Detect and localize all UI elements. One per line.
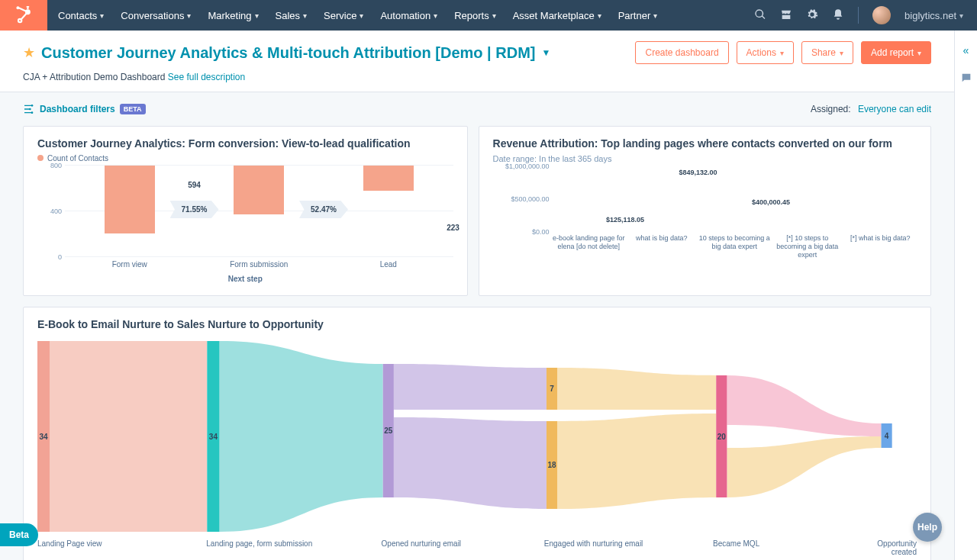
nav-item[interactable]: Service▾ (324, 10, 363, 21)
sankey-node-value: 4 (882, 430, 892, 442)
share-button[interactable]: Share▾ (801, 41, 853, 64)
dashboard-toolbar: Dashboard filters BETA Assigned: Everyon… (0, 92, 954, 126)
sankey-node-value: 7 (547, 383, 557, 395)
sankey-node-value: 18 (547, 459, 557, 471)
comments-icon[interactable] (960, 72, 972, 87)
chevron-down-icon: ▾ (187, 11, 191, 20)
revenue-bar-group (771, 166, 843, 232)
title-dropdown-icon[interactable]: ▼ (541, 47, 550, 58)
sankey-stage-label: Opportunity created (877, 539, 917, 556)
top-nav: Contacts▾Conversations▾Marketing▾Sales▾S… (0, 0, 977, 31)
sankey-node-value: 34 (207, 430, 219, 443)
nav-item[interactable]: Reports▾ (454, 10, 496, 21)
category-label: Lead (324, 260, 453, 269)
chevron-down-icon: ▾ (492, 11, 496, 20)
svg-point-5 (29, 108, 31, 111)
marketplace-icon[interactable] (780, 8, 792, 23)
notifications-icon[interactable] (832, 8, 844, 23)
category-label: [*] what is big data? (843, 234, 916, 259)
search-icon[interactable] (754, 8, 766, 23)
svg-point-4 (31, 105, 34, 107)
svg-point-1 (16, 6, 19, 9)
category-label: [*] 10 steps to becoming a big data expe… (771, 234, 843, 259)
sankey-node-value: 25 (383, 425, 394, 437)
nav-item[interactable]: Conversations▾ (121, 10, 191, 21)
revenue-chart: $0.00$500,000.00$1,000,000.00 $125,118.0… (493, 166, 917, 232)
page-subtitle: CJA + Attribution Demo Dashboard See ful… (23, 72, 931, 82)
help-button[interactable]: Help (913, 513, 942, 542)
card-title: E-Book to Email Nurture to Sales Nurture… (37, 318, 917, 330)
sankey-card: E-Book to Email Nurture to Sales Nurture… (23, 307, 931, 560)
category-label: Form view (65, 260, 195, 269)
category-label: e-book landing page for elena [do not de… (553, 234, 625, 259)
chevron-down-icon: ▾ (255, 11, 259, 20)
revenue-bar-group (843, 166, 916, 232)
funnel-bar-group: 223 (324, 166, 453, 257)
chevron-down-icon: ▾ (360, 11, 363, 20)
bar (363, 166, 414, 191)
hubspot-logo[interactable] (0, 0, 47, 31)
sankey-stage-label: Landing Page view (37, 539, 206, 556)
card-title: Revenue Attribution: Top landing pages w… (493, 137, 917, 150)
sankey-node-value: 34 (37, 430, 50, 443)
assigned-link[interactable]: Everyone can edit (858, 104, 931, 114)
dashboard-filters-toggle[interactable]: Dashboard filters BETA (23, 103, 146, 115)
nav-item[interactable]: Sales▾ (276, 10, 308, 21)
nav-item[interactable]: Contacts▾ (58, 10, 104, 21)
nav-item[interactable]: Asset Marketplace▾ (513, 10, 601, 21)
chevron-down-icon: ▾ (959, 11, 963, 20)
page-title: Customer Journey Analytics & Multi-touch… (41, 44, 535, 62)
add-report-button[interactable]: Add report▾ (861, 41, 931, 64)
divider (858, 7, 859, 24)
funnel-chart: 0400800 59471.55%42552.47%223 (37, 166, 453, 257)
chevron-down-icon: ▾ (917, 49, 921, 57)
chevron-down-icon: ▾ (653, 11, 657, 20)
create-dashboard-button[interactable]: Create dashboard (635, 41, 728, 64)
beta-button[interactable]: Beta (0, 523, 38, 546)
svg-point-2 (18, 19, 21, 22)
funnel-card: Customer Journey Analytics: Form convers… (23, 126, 468, 296)
chevron-down-icon: ▾ (598, 11, 601, 20)
account-switcher[interactable]: biglytics.net▾ (904, 10, 963, 21)
sankey-stage-label: Became MQL (713, 539, 877, 556)
chevron-down-icon: ▾ (840, 49, 843, 57)
funnel-bar-group: 42552.47% (195, 166, 324, 257)
chevron-down-icon: ▾ (434, 11, 437, 20)
sankey-node-value: 20 (716, 430, 727, 443)
legend-dot (37, 155, 44, 161)
revenue-bar-group: $125,118.05 (553, 166, 625, 232)
svg-point-6 (31, 111, 34, 114)
right-rail: « (954, 31, 977, 560)
card-subtitle: Date range: In the last 365 days (493, 154, 917, 163)
svg-rect-3 (27, 6, 29, 8)
category-label: 10 steps to becoming a big data expert (698, 234, 771, 259)
settings-icon[interactable] (806, 8, 818, 23)
assigned-area: Assigned: Everyone can edit (811, 104, 931, 114)
chevron-down-icon: ▾ (780, 49, 784, 57)
actions-button[interactable]: Actions▾ (737, 41, 794, 64)
page-header: ★ Customer Journey Analytics & Multi-tou… (0, 31, 954, 92)
sankey-chart: 343425718204 (37, 341, 917, 532)
category-label: Form submission (195, 260, 324, 269)
collapse-icon[interactable]: « (963, 44, 969, 56)
chevron-down-icon: ▾ (100, 11, 104, 20)
revenue-bar-group: $849,132.00 (625, 166, 698, 232)
nav-item[interactable]: Marketing▾ (208, 10, 258, 21)
x-axis-title: Next step (37, 275, 453, 283)
chevron-down-icon: ▾ (303, 11, 307, 20)
top-cards-row: Customer Journey Analytics: Form convers… (0, 126, 954, 307)
nav-item[interactable]: Partner▾ (618, 10, 658, 21)
funnel-bar-group: 59471.55% (65, 166, 195, 257)
sankey-stage-label: Opened nurturing email (382, 539, 544, 556)
sankey-stage-label: Landing page, form submission (206, 539, 381, 556)
see-full-description-link[interactable]: See full description (168, 72, 245, 82)
nav-item[interactable]: Automation▾ (380, 10, 437, 21)
category-label: what is big data? (625, 234, 698, 259)
favorite-star-icon[interactable]: ★ (23, 44, 35, 61)
beta-badge: BETA (120, 104, 146, 114)
card-title: Customer Journey Analytics: Form convers… (37, 137, 453, 150)
revenue-card: Revenue Attribution: Top landing pages w… (479, 126, 931, 296)
revenue-bar-group: $400,000.45 (698, 166, 771, 232)
bar (105, 166, 155, 233)
avatar[interactable] (872, 6, 891, 24)
